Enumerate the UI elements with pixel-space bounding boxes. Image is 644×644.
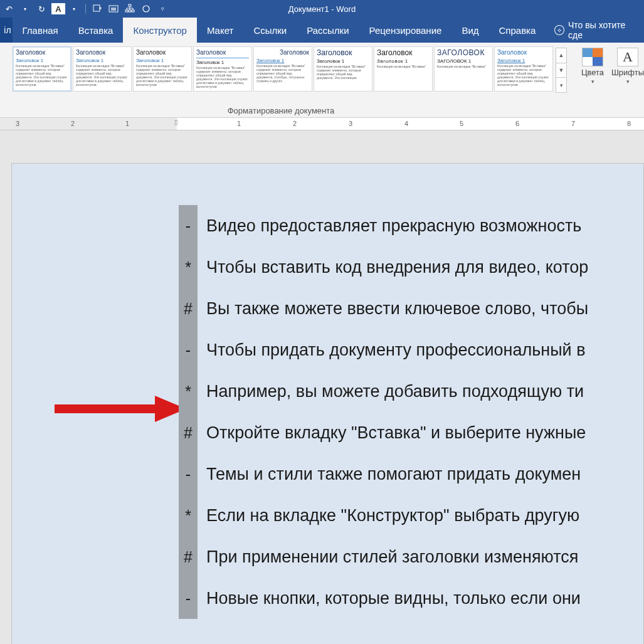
svg-point-14 bbox=[143, 6, 149, 12]
svg-rect-5 bbox=[129, 4, 131, 6]
list-item-text: При применении стилей заголовки изменяют… bbox=[198, 547, 578, 567]
tab-mailings[interactable]: Рассылки bbox=[297, 18, 359, 43]
list-item[interactable]: *Чтобы вставить код внедрения для видео,… bbox=[12, 246, 643, 288]
svg-rect-4 bbox=[111, 8, 116, 11]
document-formatting-gallery: Заголовок Заголовок 1 Коллекция на вклад… bbox=[0, 45, 568, 94]
ruler-tick: 8 bbox=[627, 120, 631, 127]
new-slide-icon[interactable] bbox=[91, 3, 103, 15]
svg-rect-8 bbox=[132, 10, 134, 12]
qat-separator bbox=[85, 4, 86, 14]
undo-button[interactable]: ↶ bbox=[3, 3, 15, 15]
bullet-marker: - bbox=[179, 453, 198, 495]
colors-icon bbox=[582, 48, 603, 66]
list-item[interactable]: #Откройте вкладку "Вставка" и выберите н… bbox=[12, 412, 643, 453]
chevron-down-icon: ▾ bbox=[591, 78, 594, 85]
bullet-marker: * bbox=[179, 371, 198, 412]
ruler-tick: 3 bbox=[16, 120, 19, 127]
tab-design[interactable]: Конструктор bbox=[123, 18, 197, 43]
ribbon: Заголовок Заголовок 1 Коллекция на вклад… bbox=[0, 43, 644, 118]
repeat-button[interactable]: ↻ bbox=[35, 3, 48, 15]
bullet-marker: * bbox=[179, 495, 198, 536]
list-item-text: Чтобы придать документу профессиональный… bbox=[198, 340, 586, 360]
svg-rect-0 bbox=[93, 5, 100, 11]
undo-dropdown[interactable]: ▾ bbox=[19, 3, 31, 15]
work-area: -Видео предоставляет прекрасную возможно… bbox=[0, 130, 644, 644]
horizontal-ruler[interactable]: ▯ 32112345678 bbox=[0, 118, 644, 130]
list-item-text: Чтобы вставить код внедрения для видео, … bbox=[198, 258, 588, 277]
fonts-button[interactable]: А Шрифты ▾ bbox=[611, 46, 644, 85]
fonts-label: Шрифты bbox=[611, 68, 644, 77]
qat-customize-dropdown[interactable]: ▿ bbox=[156, 3, 169, 15]
tab-home[interactable]: Главная bbox=[13, 18, 68, 43]
ribbon-tabs: іл Главная Вставка Конструктор Макет Ссы… bbox=[0, 18, 644, 43]
indent-marker-icon[interactable]: ▯ bbox=[174, 119, 178, 125]
ruler-margin-left bbox=[0, 118, 177, 130]
tab-references[interactable]: Ссылки bbox=[243, 18, 297, 43]
style-thumb-6[interactable]: Заголовок Заголовок 1 Коллекция на вклад… bbox=[314, 46, 372, 92]
tab-insert[interactable]: Вставка bbox=[68, 18, 124, 43]
title-bar: ↶ ▾ ↻ А ▾ ▿ Документ1 - Word bbox=[0, 0, 644, 18]
tab-view[interactable]: Вид bbox=[451, 18, 488, 43]
bullet-marker: # bbox=[179, 288, 198, 329]
tab-help[interactable]: Справка bbox=[489, 18, 546, 43]
list-item[interactable]: -Чтобы придать документу профессиональны… bbox=[12, 329, 643, 371]
bullet-marker: # bbox=[179, 536, 198, 578]
ruler-tick: 1 bbox=[125, 120, 129, 127]
list-item[interactable]: *Если на вкладке "Конструктор" выбрать д… bbox=[12, 495, 643, 536]
list-item-text: Например, вы можете добавить подходящую … bbox=[198, 382, 584, 401]
list-item-text: Если на вкладке "Конструктор" выбрать др… bbox=[198, 506, 579, 525]
style-thumb-3[interactable]: Заголовок Заголовок 1 Коллекция на вклад… bbox=[133, 46, 192, 92]
list-item[interactable]: -Новые кнопки, которые видны, только есл… bbox=[12, 578, 643, 619]
font-picker-dropdown[interactable]: ▾ bbox=[68, 3, 80, 15]
style-thumb-5[interactable]: Заголовок Заголовок 1 Коллекция на вклад… bbox=[253, 46, 312, 92]
bullet-marker: * bbox=[179, 246, 198, 288]
ruler-tick: 3 bbox=[349, 120, 352, 127]
bullet-marker: - bbox=[179, 205, 198, 246]
tab-file[interactable]: іл bbox=[0, 18, 13, 43]
ribbon-side-group: Цвета ▾ А Шрифты ▾ bbox=[576, 45, 644, 85]
ruler-tick: 1 bbox=[237, 120, 241, 127]
list-item-text: Видео предоставляет прекрасную возможнос… bbox=[198, 216, 581, 236]
bullet-marker: - bbox=[179, 578, 198, 619]
list-item-text: Вы также можете ввести ключевое слово, ч… bbox=[198, 299, 588, 319]
style-thumb-9[interactable]: Заголовок Заголовок 1 Коллекция на вклад… bbox=[494, 46, 553, 92]
ruler-tick: 6 bbox=[515, 120, 519, 127]
tell-me-label: Что вы хотите сде bbox=[568, 20, 640, 40]
ruler-tick: 2 bbox=[293, 120, 297, 127]
lightbulb-icon: ✧ bbox=[554, 25, 564, 35]
ruler-tick: 7 bbox=[571, 120, 575, 127]
list-item[interactable]: *Например, вы можете добавить подходящую… bbox=[12, 371, 643, 412]
gallery-scroll-down[interactable]: ▼ bbox=[556, 63, 567, 78]
list-item-text: Темы и стили также помогают придать доку… bbox=[198, 465, 581, 484]
gallery-scroll: ▲ ▼ ▾ bbox=[556, 48, 567, 93]
style-thumb-4[interactable]: Заголовок Заголовок 1 Коллекция на вклад… bbox=[193, 46, 252, 92]
bullet-marker: # bbox=[179, 412, 198, 453]
list-item[interactable]: -Темы и стили также помогают придать док… bbox=[12, 453, 643, 495]
tell-me-search[interactable]: ✧ Что вы хотите сде bbox=[546, 18, 644, 43]
fonts-icon: А bbox=[617, 48, 638, 66]
ruler-tick: 4 bbox=[404, 120, 408, 127]
ribbon-group-label: Форматирование документа bbox=[0, 106, 562, 115]
list-item[interactable]: -Видео предоставляет прекрасную возможно… bbox=[12, 205, 643, 246]
colors-label: Цвета bbox=[581, 68, 604, 77]
shape-circle-icon[interactable] bbox=[140, 3, 152, 15]
font-picker[interactable]: А bbox=[51, 3, 65, 14]
svg-rect-7 bbox=[129, 10, 131, 12]
list-item[interactable]: #Вы также можете ввести ключевое слово, … bbox=[12, 288, 643, 329]
colors-button[interactable]: Цвета ▾ bbox=[576, 46, 610, 85]
gallery-scroll-up[interactable]: ▲ bbox=[556, 48, 567, 63]
style-thumb-2[interactable]: Заголовок Заголовок 1 Коллекция на вклад… bbox=[73, 46, 132, 92]
screenshot-icon[interactable] bbox=[107, 3, 120, 15]
style-thumb-8[interactable]: ЗАГОЛОВОК ЗАГОЛОВОК 1 Коллекция на вклад… bbox=[434, 46, 493, 92]
document-body[interactable]: -Видео предоставляет прекрасную возможно… bbox=[12, 205, 643, 619]
style-thumb-1[interactable]: Заголовок Заголовок 1 Коллекция на вклад… bbox=[13, 46, 71, 92]
list-item[interactable]: #При применении стилей заголовки изменяю… bbox=[12, 536, 643, 578]
tab-review[interactable]: Рецензирование bbox=[359, 18, 452, 43]
ruler-tick: 2 bbox=[71, 120, 75, 127]
gallery-expand[interactable]: ▾ bbox=[556, 77, 567, 93]
style-thumb-7[interactable]: Заголовок Заголовок 1 Коллекция на вклад… bbox=[374, 46, 433, 92]
tab-layout[interactable]: Макет bbox=[197, 18, 243, 43]
document-page[interactable]: -Видео предоставляет прекрасную возможно… bbox=[11, 163, 644, 644]
list-item-text: Откройте вкладку "Вставка" и выберите ну… bbox=[198, 423, 586, 443]
org-chart-icon[interactable] bbox=[124, 3, 136, 15]
